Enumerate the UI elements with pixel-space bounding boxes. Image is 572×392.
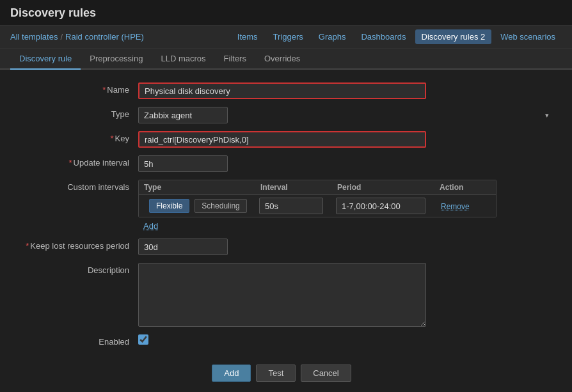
key-row: *Key	[10, 131, 553, 148]
keep-lost-label: *Keep lost resources period	[10, 239, 138, 251]
update-interval-label: *Update interval	[10, 155, 138, 168]
description-row: Description	[10, 263, 553, 327]
intervals-interval-cell	[254, 198, 331, 214]
keep-lost-field	[138, 239, 553, 255]
type-row: Type Zabbix agent Zabbix agent (active) …	[10, 107, 553, 123]
nav-triggers[interactable]: Triggers	[267, 29, 310, 44]
intervals-type-cell: Flexible Scheduling	[139, 199, 254, 213]
type-label: Type	[10, 107, 138, 119]
custom-intervals-area: Type Interval Period Action Flexible Sch…	[138, 180, 497, 231]
intervals-col-interval: Interval	[254, 180, 331, 194]
intervals-action-cell: Remove	[433, 201, 484, 211]
key-field	[138, 131, 553, 148]
update-interval-row: *Update interval	[10, 155, 553, 172]
intervals-period-cell	[331, 198, 433, 214]
scheduling-button[interactable]: Scheduling	[195, 199, 246, 213]
page-title: Discovery rules	[10, 6, 562, 20]
nav-dashboards[interactable]: Dashboards	[354, 29, 412, 44]
form-buttons: Add Test Cancel	[10, 354, 553, 387]
breadcrumb-sep: /	[60, 32, 63, 42]
sub-tabs-bar: Discovery rule Preprocessing LLD macros …	[0, 49, 572, 70]
intervals-header: Type Interval Period Action	[139, 180, 496, 195]
custom-intervals-label: Custom intervals	[10, 180, 138, 192]
custom-intervals-row: Custom intervals Type Interval Period Ac…	[10, 180, 553, 231]
tab-filters[interactable]: Filters	[215, 49, 255, 70]
breadcrumb-template[interactable]: Raid controller (HPE)	[65, 32, 144, 42]
intervals-col-type: Type	[139, 180, 254, 194]
intervals-col-action: Action	[433, 180, 484, 194]
type-field: Zabbix agent Zabbix agent (active) SNMP …	[138, 107, 553, 123]
name-required-marker: *	[102, 85, 106, 95]
page-title-bar: Discovery rules	[0, 0, 572, 26]
key-label: *Key	[10, 131, 138, 143]
breadcrumb-all-templates[interactable]: All templates	[10, 32, 58, 42]
description-field	[138, 263, 553, 327]
tab-discovery-rule[interactable]: Discovery rule	[10, 49, 81, 70]
update-interval-field	[138, 155, 553, 172]
key-input[interactable]	[138, 131, 426, 148]
type-select-wrapper: Zabbix agent Zabbix agent (active) SNMP …	[138, 107, 553, 123]
nav-items[interactable]: Items	[231, 29, 264, 44]
description-label: Description	[10, 263, 138, 275]
intervals-data-row: Flexible Scheduling Remove	[139, 195, 496, 217]
main-form: *Name Type Zabbix agent Zabbix agent (ac…	[0, 70, 572, 392]
description-textarea[interactable]	[138, 263, 426, 327]
name-row: *Name	[10, 82, 553, 99]
nav-discovery-rules[interactable]: Discovery rules 2	[415, 29, 492, 44]
enabled-label: Enabled	[10, 334, 138, 347]
intervals-table: Type Interval Period Action Flexible Sch…	[138, 180, 497, 217]
keep-lost-row: *Keep lost resources period	[10, 239, 553, 255]
tab-overrides[interactable]: Overrides	[255, 49, 309, 70]
interval-input[interactable]	[259, 198, 323, 214]
tab-preprocessing[interactable]: Preprocessing	[81, 49, 152, 70]
enabled-row: Enabled	[10, 334, 553, 347]
breadcrumb: All templates / Raid controller (HPE) It…	[0, 26, 572, 49]
enabled-checkbox[interactable]	[138, 334, 148, 345]
cancel-button[interactable]: Cancel	[301, 365, 351, 382]
add-interval-link[interactable]: Add	[138, 217, 497, 231]
tab-lld-macros[interactable]: LLD macros	[152, 49, 214, 70]
update-interval-input[interactable]	[138, 155, 228, 172]
nav-graphs[interactable]: Graphs	[312, 29, 353, 44]
enabled-field	[138, 334, 553, 345]
flexible-button[interactable]: Flexible	[149, 199, 189, 213]
name-field	[138, 82, 553, 99]
name-label: *Name	[10, 82, 138, 95]
update-required-marker: *	[68, 158, 72, 168]
period-input[interactable]	[336, 198, 425, 214]
enabled-checkbox-wrapper	[138, 334, 553, 345]
intervals-col-period: Period	[331, 180, 433, 194]
type-select[interactable]: Zabbix agent Zabbix agent (active) SNMP …	[138, 107, 228, 123]
key-required-marker: *	[111, 134, 114, 143]
keep-lost-required-marker: *	[26, 241, 29, 251]
keep-lost-input[interactable]	[138, 239, 228, 255]
remove-link[interactable]: Remove	[441, 202, 470, 211]
add-button[interactable]: Add	[212, 365, 251, 382]
nav-web-scenarios[interactable]: Web scenarios	[494, 29, 562, 44]
test-button[interactable]: Test	[256, 365, 296, 382]
name-input[interactable]	[138, 82, 426, 99]
